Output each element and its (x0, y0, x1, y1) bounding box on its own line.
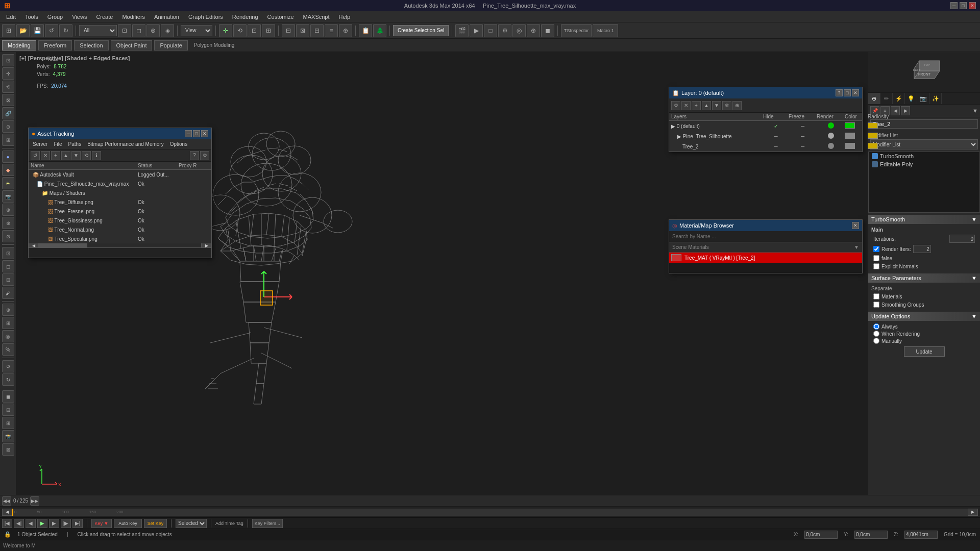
when-rendering-radio[interactable] (873, 331, 879, 337)
open-btn[interactable]: 📂 (16, 24, 30, 37)
undo-scene-btn[interactable]: ↺ (2, 360, 14, 372)
align-btn[interactable]: ⊠ (296, 24, 309, 37)
menu-views[interactable]: Views (68, 13, 91, 21)
play-prev-key[interactable]: ◀| (14, 519, 24, 528)
at-row-glossiness[interactable]: 🖼 Tree_Glossiness.png Ok (29, 216, 211, 225)
nav-forward[interactable]: ▶ (901, 106, 910, 115)
systems-btn[interactable]: ⊙ (2, 230, 14, 242)
layer-add[interactable]: + (692, 101, 701, 110)
named-sel-btn[interactable]: ◼ (2, 390, 14, 403)
add-time-tag-btn[interactable]: Add Time Tag (215, 521, 243, 526)
mirror-btn[interactable]: ⊟ (282, 24, 295, 37)
create-selection-button[interactable]: Create Selection Sel (393, 25, 449, 36)
z-coord-input[interactable] (904, 531, 938, 539)
paint-select-btn[interactable]: ◈ (161, 24, 174, 37)
autokey-btn[interactable]: Auto Key (114, 519, 142, 528)
redo-scene-btn[interactable]: ↻ (2, 373, 14, 386)
at-row-maps[interactable]: 📁 Maps / Shaders (29, 188, 211, 197)
squash-btn[interactable]: ⊞ (262, 24, 275, 37)
motion-panel-icon[interactable]: 💡 (905, 93, 917, 104)
mirror-tool-btn[interactable]: ⊟ (2, 404, 14, 416)
at-scroll-track[interactable] (39, 243, 201, 247)
play-forward[interactable]: ▶ (37, 519, 47, 528)
at-row-vault[interactable]: 📦 Autodesk Vault Logged Out... (29, 170, 211, 179)
select-filter-btn[interactable]: ⊡ (2, 247, 14, 259)
quick-render-btn[interactable]: ▶ (470, 24, 483, 37)
play-goto-start[interactable]: |◀ (2, 519, 12, 528)
cameras-btn[interactable]: 📷 (2, 190, 14, 203)
x-coord-input[interactable] (804, 531, 838, 539)
tab-modeling[interactable]: Modeling (2, 40, 36, 51)
menu-rendering[interactable]: Rendering (228, 13, 262, 21)
at-menu-bitmap[interactable]: Bitmap Performance and Memory (85, 141, 166, 147)
at-tool-delete[interactable]: ✕ (41, 151, 50, 160)
at-row-specular[interactable]: 🖼 Tree_Specular.png Ok (29, 234, 211, 243)
frame-next[interactable]: ▶▶ (30, 496, 39, 506)
menu-modifiers[interactable]: Modifiers (118, 13, 149, 21)
render-iters-input[interactable] (913, 245, 931, 253)
select-btn[interactable]: ⊡ (118, 24, 131, 37)
render-btn[interactable]: 🎬 (455, 24, 469, 37)
display-panel-icon[interactable]: 📷 (917, 93, 929, 104)
layer-down[interactable]: ▼ (712, 101, 721, 110)
lasso-btn[interactable]: ⊛ (146, 24, 160, 37)
mat-item-tree[interactable]: Tree_MAT ( VRayMtl ) [Tree_2] (669, 253, 862, 263)
iterations-input[interactable] (949, 235, 975, 243)
at-tool-settings[interactable]: ⚙ (200, 151, 209, 160)
asset-tracking-minimize[interactable]: ─ (185, 130, 192, 137)
at-row-max[interactable]: 📄 Pine_Tree_Silhouette_max_vray.max Ok (29, 179, 211, 188)
scene-materials-section[interactable]: Scene Materials ▼ (669, 242, 862, 253)
materials-checkbox[interactable] (873, 293, 879, 299)
lights-btn[interactable]: ☀ (2, 177, 14, 189)
ts-inspector-btn[interactable]: TSInspector (561, 24, 592, 37)
set-key-mode-btn[interactable]: Set Key (144, 519, 167, 528)
modifier-turbosmooth[interactable]: TurboSmooth (869, 152, 979, 160)
shapes-btn[interactable]: ◆ (2, 164, 14, 176)
play-next-frame[interactable]: ▶ (49, 519, 59, 528)
timeline-next[interactable]: ▶ (968, 509, 978, 516)
update-button[interactable]: Update (904, 346, 945, 357)
mat-search-input[interactable] (669, 231, 862, 242)
menu-group[interactable]: Group (43, 13, 67, 21)
save-btn[interactable]: 💾 (31, 24, 44, 37)
menu-tools[interactable]: Tools (21, 13, 42, 21)
play-next-key[interactable]: |▶ (61, 519, 71, 528)
redo-btn[interactable]: ↻ (59, 24, 72, 37)
scale-tool-btn[interactable]: ⊠ (2, 94, 14, 106)
layer-settings[interactable]: ⚙ (671, 101, 680, 110)
set-key-btn[interactable]: Key ▼ (91, 519, 112, 528)
bind-space-btn[interactable]: ⊞ (2, 134, 14, 146)
always-radio[interactable] (873, 323, 879, 330)
render-frame-btn[interactable]: □ (484, 24, 497, 37)
move-btn[interactable]: ✛ (219, 24, 232, 37)
isoline-checkbox[interactable] (873, 255, 879, 261)
rotate-btn[interactable]: ⟲ (233, 24, 247, 37)
maximize-button[interactable]: □ (960, 2, 967, 9)
snap-percent-btn[interactable]: % (2, 343, 14, 356)
menu-create[interactable]: Create (92, 13, 117, 21)
snap-angle-btn[interactable]: ◎ (2, 330, 14, 342)
at-tool-up[interactable]: ▲ (61, 151, 70, 160)
helpers-btn[interactable]: ⊕ (2, 204, 14, 216)
menu-edit[interactable]: Edit (2, 13, 20, 21)
layer-delete[interactable]: ✕ (681, 101, 691, 110)
asset-tracking-restore[interactable]: □ (193, 130, 200, 137)
snap-btn[interactable]: ⊕ (2, 304, 14, 316)
mat-close[interactable]: ✕ (852, 222, 859, 229)
menu-customize[interactable]: Customize (263, 13, 298, 21)
undo-btn[interactable]: ↺ (45, 24, 58, 37)
render-iters-checkbox[interactable] (873, 246, 879, 252)
utilities-panel-icon[interactable]: ✨ (929, 93, 942, 104)
crossing-btn[interactable]: ⊟ (2, 273, 14, 286)
render-to-tex-btn[interactable]: ⊕ (527, 24, 540, 37)
frame-prev[interactable]: ◀◀ (2, 496, 11, 506)
render-settings-btn[interactable]: ⚙ (498, 24, 511, 37)
layer-freeze[interactable]: ❄ (722, 101, 731, 110)
at-scrollbar[interactable]: ◀ ▶ (29, 243, 211, 247)
panel-expand-arrow[interactable]: ▼ (972, 108, 978, 114)
menu-graph-editors[interactable]: Graph Editors (184, 13, 227, 21)
tab-selection[interactable]: Selection (74, 40, 108, 51)
menu-help[interactable]: Help (335, 13, 355, 21)
surface-params-section[interactable]: Surface Parameters ▼ (868, 273, 980, 283)
paint-btn[interactable]: 🖌 (2, 287, 14, 299)
